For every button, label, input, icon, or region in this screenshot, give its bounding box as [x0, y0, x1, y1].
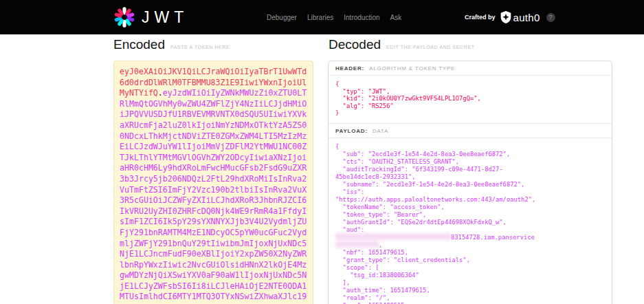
encoded-title: Encoded: [113, 37, 165, 52]
auth0-shield-icon[interactable]: [500, 11, 511, 23]
json-line: "realm": "/",: [335, 294, 605, 302]
redacted-blur: [335, 233, 451, 240]
help-icon[interactable]: ?: [546, 13, 555, 22]
json-line: {: [335, 143, 605, 151]
json-line: 83154728.iam.panservice: [335, 234, 605, 241]
json-line: "cts": "OAUTH2_STATELESS_GRANT",: [335, 158, 605, 166]
json-line: "authGrantId": "EQSe2dr4dtEp44698XOkFdxk…: [335, 219, 605, 226]
encoded-subtitle: PASTE A TOKEN HERE: [170, 45, 230, 50]
nav-item-introduction[interactable]: Introduction: [344, 14, 379, 21]
json-line: "alg": "RS256": [335, 102, 605, 110]
token-payload-segment: eyJzdWIiOiIyZWNkMWUzZi0xZTU0LTRlMmQtOGVh…: [120, 88, 307, 301]
json-line: "tsg_id:1838006364": [335, 272, 605, 279]
decoded-heading: Decoded EDIT THE PAYLOAD AND SECRET: [329, 37, 475, 52]
nav-item-ask[interactable]: Ask: [390, 14, 402, 21]
jwt-pinwheel-icon: [113, 6, 135, 28]
json-line: }: [335, 109, 605, 117]
decoded-subtitle: EDIT THE PAYLOAD AND SECRET: [386, 45, 475, 50]
nav-item-debugger[interactable]: Debugger: [267, 14, 297, 21]
payload-section-label: PAYLOAD:: [335, 128, 368, 134]
payload-section-bar: PAYLOAD: DATA: [329, 123, 612, 138]
jwt-token-text: eyJ0eXAiOiJKV1QiLCJraWQiOiIyaTBrT1UwWTd6…: [120, 67, 307, 303]
json-line: "iss":: [335, 188, 605, 196]
nav-item-libraries[interactable]: Libraries: [307, 14, 333, 21]
json-line: "auditTrackingId": "6f343199-c09e-4471-8…: [335, 166, 605, 173]
json-line: "tokenName": "access_token",: [335, 204, 605, 211]
encoded-heading: Encoded PASTE A TOKEN HERE: [113, 37, 230, 52]
json-line: "token_type": "Bearer",: [335, 211, 605, 219]
json-line: "typ": "JWT",: [335, 88, 605, 96]
json-line: "https://auth.apps.paloaltonetworks.com:…: [335, 196, 605, 204]
header-section-label: HEADER:: [335, 65, 364, 72]
payload-section-sublabel: DATA: [373, 128, 388, 134]
decoded-panel: HEADER: ALGORITHM & TOKEN TYPE { "typ": …: [328, 61, 612, 304]
json-line: "aud":: [335, 226, 605, 234]
json-line: "grant_type": "client_credentials",: [335, 257, 605, 264]
json-line: "sub": "2ecd1e3f-1e54-4e2d-8ea3-0ee8eaef…: [335, 151, 605, 158]
json-line: 45be14dc1ec8-2932331",: [335, 173, 605, 181]
json-line: "scope": [: [335, 264, 605, 272]
json-line: "nbf": 1651479615,: [335, 249, 605, 257]
decoded-title: Decoded: [329, 37, 381, 52]
json-line: ],: [335, 279, 605, 287]
encoded-token-editor[interactable]: eyJ0eXAiOiJKV1QiLCJraWQiOiIyaTBrT1UwWTd6…: [113, 61, 313, 304]
json-line: ,: [335, 241, 605, 249]
json-line: "auth_time": 1651479615,: [335, 287, 605, 294]
jwt-logo[interactable]: JWT: [113, 0, 188, 34]
json-line: "subname": "2ecd1e3f-1e54-4e2d-8ea3-0ee8…: [335, 181, 605, 188]
header-json[interactable]: { "typ": "JWT", "kid": "2i0kOU0Y7zwGkt9V…: [329, 76, 612, 123]
auth0-wordmark[interactable]: auth0: [513, 12, 540, 23]
payload-json[interactable]: { "sub": "2ecd1e3f-1e54-4e2d-8ea3-0ee8ea…: [329, 138, 612, 304]
crafted-by-label: Crafted by: [465, 14, 496, 21]
redacted-blur: [335, 241, 379, 248]
header-section-bar: HEADER: ALGORITHM & TOKEN TYPE: [329, 61, 612, 76]
json-line: {: [335, 80, 605, 88]
json-line: "kid": "2i0kOU0Y7zwGkt9VFS4LPL1O7gQ=",: [335, 95, 605, 102]
header-section-sublabel: ALGORITHM & TOKEN TYPE: [369, 65, 455, 72]
crafted-by-block: Crafted by auth0 ?: [465, 0, 555, 34]
token-separator-dot: .: [158, 88, 163, 98]
json-line: "exp": 1651480515,: [335, 302, 605, 304]
topbar: JWT Debugger Libraries Introduction Ask …: [0, 0, 644, 34]
jwt-wordmark: JWT: [142, 8, 188, 27]
topbar-nav: Debugger Libraries Introduction Ask: [267, 0, 401, 34]
